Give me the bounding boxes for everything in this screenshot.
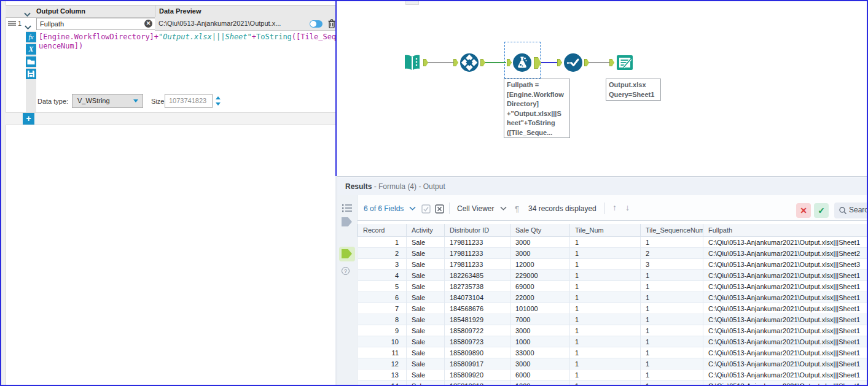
formula-annotation[interactable]: Fullpath = [Engine.Workflow Directory] +… [504, 79, 570, 138]
cell-viewer-dropdown[interactable]: Cell Viewer [457, 204, 507, 213]
column-header-distributor-id[interactable]: Distributor ID [445, 224, 510, 237]
column-header-sale-qty[interactable]: Sale Qty [510, 224, 570, 237]
workflow-canvas[interactable]: Fullpath = [Engine.Workflow Directory] +… [337, 1, 868, 176]
data-type-value: V_WString [77, 97, 110, 104]
cancel-box-icon[interactable] [435, 204, 444, 216]
table-cell: 12000 [510, 259, 570, 270]
formula-tool[interactable] [512, 53, 532, 72]
input-anchor-icon[interactable] [609, 59, 614, 66]
size-spinner[interactable] [214, 94, 222, 108]
spinner-down-icon[interactable] [216, 102, 221, 106]
output-anchor-icon[interactable] [584, 59, 589, 66]
search-input[interactable]: Search [834, 203, 868, 218]
output-anchor-icon[interactable] [423, 59, 428, 66]
input-data-tool[interactable] [402, 53, 422, 72]
connection-wire[interactable] [428, 62, 453, 63]
fields-dropdown[interactable]: 6 of 6 Fields [364, 204, 416, 213]
table-cell: 1 [570, 292, 641, 303]
input-anchor-icon[interactable] [453, 59, 458, 66]
connection-wire[interactable] [485, 62, 506, 63]
formula-expression-editor[interactable]: [Engine.WorkflowDirectory]+"Output.xlsx|… [36, 31, 337, 92]
table-row[interactable]: 10Sale185809723100011C:\Qiu\0513-Anjanku… [358, 336, 868, 347]
table-row[interactable]: 12Sale185809917300011C:\Qiu\0513-Anjanku… [358, 358, 868, 369]
table-cell: 4 [358, 270, 407, 281]
table-cell: 182263485 [445, 270, 510, 281]
functions-fx-icon[interactable]: fx [26, 32, 36, 42]
input-anchor-icon[interactable] [557, 59, 562, 66]
spinner-up-icon[interactable] [216, 96, 221, 99]
table-cell: C:\Qiu\0513-Anjankumar2021\Output.xlsx||… [703, 369, 868, 380]
arrow-down-icon[interactable]: ↓ [625, 203, 630, 212]
add-column-button[interactable]: + [23, 113, 34, 125]
table-row[interactable]: 2Sale179811233300012C:\Qiu\0513-Anjankum… [358, 248, 868, 259]
help-icon[interactable]: ? [342, 267, 350, 275]
save-icon[interactable] [26, 69, 36, 79]
results-left-rail: ? [337, 195, 358, 386]
table-cell: C:\Qiu\0513-Anjankumar2021\Output.xlsx||… [703, 270, 868, 281]
column-header-activity[interactable]: Activity [407, 224, 445, 237]
column-header-tile-num[interactable]: Tile_Num [570, 224, 641, 237]
table-cell: C:\Qiu\0513-Anjankumar2021\Output.xlsx||… [703, 358, 868, 369]
data-preview-header: Data Preview [159, 7, 201, 15]
table-row[interactable]: 14Sale185810913100011C:\Qiu\0513-Anjanku… [358, 380, 868, 386]
canvas-tab [405, 1, 419, 5]
clear-icon[interactable]: ✕ [144, 20, 152, 28]
table-cell: 1 [641, 237, 703, 248]
table-cell: Sale [407, 237, 445, 248]
table-cell: 12 [358, 358, 407, 369]
table-cell: 1 [358, 237, 407, 248]
list-view-icon[interactable] [342, 203, 353, 215]
input-anchor-rail-icon[interactable] [342, 217, 352, 226]
table-cell: Sale [407, 380, 445, 386]
column-active-toggle[interactable] [310, 20, 323, 28]
table-row[interactable]: 13Sale185809920600011C:\Qiu\0513-Anjanku… [358, 369, 868, 380]
errors-filter-button[interactable]: ✕ [796, 203, 811, 218]
output-annotation[interactable]: Output.xlsx Query=Sheet1 [606, 79, 661, 101]
paragraph-mark-icon[interactable]: ¶ [515, 204, 519, 214]
column-header-record[interactable]: Record [358, 224, 407, 237]
column-header-fullpath[interactable]: Fullpath [703, 224, 868, 237]
table-cell: C:\Qiu\0513-Anjankumar2021\Output.xlsx||… [703, 237, 868, 248]
table-row[interactable]: 7Sale18456867610100011C:\Qiu\0513-Anjank… [358, 303, 868, 314]
table-cell: 1 [641, 303, 703, 314]
table-row[interactable]: 9Sale185809722300011C:\Qiu\0513-Anjankum… [358, 325, 868, 336]
table-cell: 185809890 [445, 347, 510, 358]
table-row[interactable]: 6Sale1840731042200011C:\Qiu\0513-Anjanku… [358, 292, 868, 303]
table-row[interactable]: 3Sale1798112331200013C:\Qiu\0513-Anjanku… [358, 259, 868, 270]
alteryx-designer-window: Output Column Data Preview 1 Fullpath ✕ … [0, 0, 868, 386]
table-row[interactable]: 5Sale1827357386900011C:\Qiu\0513-Anjanku… [358, 281, 868, 292]
table-row[interactable]: 8Sale185481929700011C:\Qiu\0513-Anjankum… [358, 314, 868, 325]
connection-wire[interactable] [589, 62, 609, 63]
tile-tool[interactable] [459, 53, 479, 72]
table-row[interactable]: 11Sale1858098903300011C:\Qiu\0513-Anjank… [358, 347, 868, 358]
formula-token-field: [Engine.WorkflowDirectory] [39, 33, 154, 41]
table-row[interactable]: 1Sale179811233300011C:\Qiu\0513-Anjankum… [358, 237, 868, 248]
open-folder-icon[interactable] [26, 56, 36, 67]
size-input[interactable]: 1073741823 [165, 94, 213, 108]
table-cell: 1 [641, 358, 703, 369]
arrow-up-icon[interactable]: ↑ [612, 203, 617, 212]
table-cell: 185810913 [445, 380, 510, 386]
table-cell: C:\Qiu\0513-Anjankumar2021\Output.xlsx||… [703, 292, 868, 303]
success-filter-button[interactable]: ✓ [814, 203, 829, 218]
select-tool[interactable] [563, 53, 583, 72]
table-cell: 185809723 [445, 336, 510, 347]
table-cell: 1 [641, 314, 703, 325]
variables-icon[interactable]: X [26, 44, 36, 55]
output-data-tool[interactable] [615, 53, 635, 72]
drag-handle-icon[interactable] [8, 21, 16, 26]
column-header-tile-sequencenum[interactable]: Tile_SequenceNum [641, 224, 703, 237]
connection-wire-selected[interactable] [541, 62, 557, 63]
data-type-dropdown[interactable]: V_WString [72, 94, 143, 108]
results-table-body: 1Sale179811233300011C:\Qiu\0513-Anjankum… [358, 237, 868, 386]
table-cell: 182735738 [445, 281, 510, 292]
table-cell: Sale [407, 325, 445, 336]
table-cell: C:\Qiu\0513-Anjankumar2021\Output.xlsx||… [703, 314, 868, 325]
output-anchor-icon[interactable] [480, 59, 485, 66]
table-cell: 1 [570, 358, 641, 369]
table-cell: Sale [407, 336, 445, 347]
table-row[interactable]: 4Sale18226348522900011C:\Qiu\0513-Anjank… [358, 270, 868, 281]
trash-icon[interactable] [327, 18, 336, 31]
formula-expression-row: 1 Fullpath ✕ C:\Qiu\0513-Anjankumar2021\… [6, 17, 336, 30]
apply-checkbox-icon[interactable] [421, 204, 431, 216]
